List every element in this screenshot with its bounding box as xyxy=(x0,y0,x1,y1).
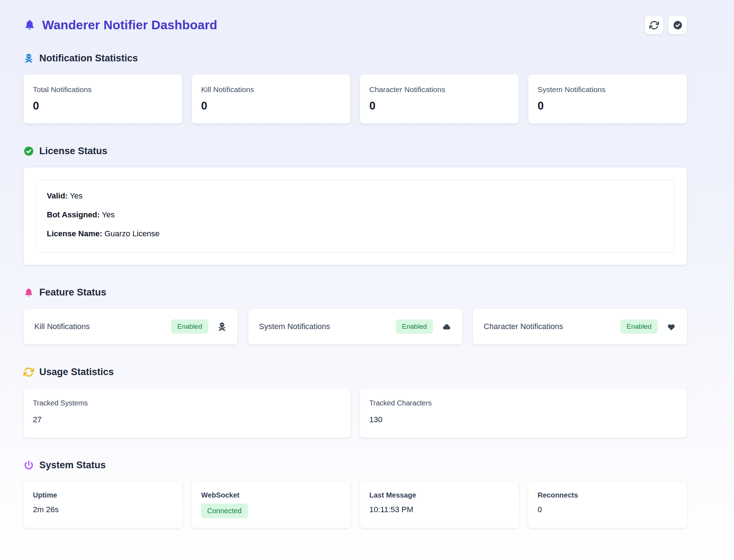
stat-label: Last Message xyxy=(369,491,509,499)
status-check-button[interactable] xyxy=(668,16,687,34)
section-title: License Status xyxy=(39,146,108,157)
stat-label: Tracked Characters xyxy=(369,399,678,407)
section-header: Usage Statistics xyxy=(24,367,687,378)
usage-card-tracked-characters: Tracked Characters 130 xyxy=(360,388,687,438)
stat-label: Total Notifications xyxy=(33,85,173,94)
license-card: Valid: Yes Bot Assigned: Yes License Nam… xyxy=(24,167,687,265)
stat-label: System Notifications xyxy=(538,85,678,94)
stat-label: Tracked Systems xyxy=(33,399,341,407)
feature-label: System Notifications xyxy=(259,322,330,331)
dashboard-page: Wanderer Notifier Dashboard xyxy=(0,0,734,560)
section-title: Usage Statistics xyxy=(39,367,114,378)
connection-status-badge: Connected xyxy=(201,504,248,518)
section-title: Feature Status xyxy=(39,287,106,298)
stat-card-total-notifications: Total Notifications 0 xyxy=(24,75,182,123)
stat-label: Uptime xyxy=(33,491,173,499)
refresh-icon xyxy=(649,20,659,30)
system-status-grid: Uptime 2m 26s WebSocket Connected Last M… xyxy=(24,481,687,528)
field-value: Yes xyxy=(70,191,83,200)
section-usage-statistics: Usage Statistics Tracked Systems 27 Trac… xyxy=(24,367,687,438)
feature-status-group: Enabled xyxy=(396,319,451,334)
feature-card-system-notifications: System Notifications Enabled xyxy=(248,309,462,344)
stat-value: 2m 26s xyxy=(33,505,173,514)
field-value: Guarzo License xyxy=(104,229,159,238)
header-title-group: Wanderer Notifier Dashboard xyxy=(24,18,217,32)
section-header: System Status xyxy=(24,460,687,471)
section-feature-status: Feature Status Kill Notifications Enable… xyxy=(24,287,687,344)
section-header: Feature Status xyxy=(24,287,687,298)
notification-stats-grid: Total Notifications 0 Kill Notifications… xyxy=(24,75,687,123)
feature-card-kill-notifications: Kill Notifications Enabled xyxy=(24,309,238,344)
section-notification-statistics: Notification Statistics Total Notificati… xyxy=(24,53,687,123)
section-system-status: System Status Uptime 2m 26s WebSocket Co… xyxy=(24,460,687,528)
page-header: Wanderer Notifier Dashboard xyxy=(24,16,687,34)
stat-label: Character Notifications xyxy=(369,85,509,94)
stat-value: 27 xyxy=(33,415,341,424)
stat-value: 130 xyxy=(369,415,678,424)
feature-status-grid: Kill Notifications Enabled System Notifi… xyxy=(24,309,687,344)
feature-label: Character Notifications xyxy=(484,322,563,331)
section-header: Notification Statistics xyxy=(24,53,687,64)
stat-value: 0 xyxy=(33,100,173,112)
skull-crossbones-icon xyxy=(217,322,227,332)
stat-card-system-notifications: System Notifications 0 xyxy=(528,75,687,123)
section-title: Notification Statistics xyxy=(39,53,138,64)
section-title: System Status xyxy=(39,460,106,471)
status-badge: Enabled xyxy=(620,319,658,334)
stat-card-character-notifications: Character Notifications 0 xyxy=(360,75,519,123)
stat-label: Reconnects xyxy=(538,491,678,499)
license-name-row: License Name: Guarzo License xyxy=(47,229,664,238)
check-circle-icon xyxy=(673,20,683,30)
power-icon xyxy=(24,460,34,470)
field-label: Valid: xyxy=(47,191,68,200)
stat-label: WebSocket xyxy=(201,491,341,499)
check-circle-icon xyxy=(24,146,34,156)
section-header: License Status xyxy=(24,146,687,157)
feature-label: Kill Notifications xyxy=(34,322,90,331)
section-license-status: License Status Valid: Yes Bot Assigned: … xyxy=(24,146,687,265)
status-badge: Enabled xyxy=(171,319,208,334)
bell-icon xyxy=(24,19,36,31)
bell-icon xyxy=(24,287,34,298)
refresh-button[interactable] xyxy=(645,16,663,34)
stat-card-kill-notifications: Kill Notifications 0 xyxy=(192,75,350,123)
field-label: Bot Assigned: xyxy=(47,210,100,219)
system-card-websocket: WebSocket Connected xyxy=(192,481,350,528)
refresh-icon xyxy=(24,367,34,377)
system-card-uptime: Uptime 2m 26s xyxy=(24,481,182,528)
stat-value: 0 xyxy=(369,100,509,112)
system-card-reconnects: Reconnects 0 xyxy=(528,481,687,528)
skull-crossbones-icon xyxy=(24,53,34,64)
header-actions xyxy=(645,16,687,34)
stat-label: Kill Notifications xyxy=(201,85,341,94)
feature-status-group: Enabled xyxy=(620,319,676,334)
cloud-icon xyxy=(442,322,451,332)
feature-status-group: Enabled xyxy=(171,319,227,334)
system-card-last-message: Last Message 10:11:53 PM xyxy=(360,481,519,528)
heart-icon xyxy=(666,322,676,332)
field-label: License Name: xyxy=(47,229,102,238)
status-badge: Enabled xyxy=(396,319,433,334)
page-title: Wanderer Notifier Dashboard xyxy=(42,18,217,32)
license-bot-assigned-row: Bot Assigned: Yes xyxy=(47,210,664,220)
feature-card-character-notifications: Character Notifications Enabled xyxy=(473,309,687,344)
field-value: Yes xyxy=(102,210,115,219)
usage-card-tracked-systems: Tracked Systems 27 xyxy=(24,388,350,438)
license-details: Valid: Yes Bot Assigned: Yes License Nam… xyxy=(36,180,675,253)
license-valid-row: Valid: Yes xyxy=(47,191,664,201)
stat-value: 10:11:53 PM xyxy=(369,505,509,514)
usage-stats-grid: Tracked Systems 27 Tracked Characters 13… xyxy=(24,388,687,438)
stat-value: 0 xyxy=(538,100,678,112)
stat-value: 0 xyxy=(201,100,341,112)
stat-value: 0 xyxy=(538,505,678,514)
